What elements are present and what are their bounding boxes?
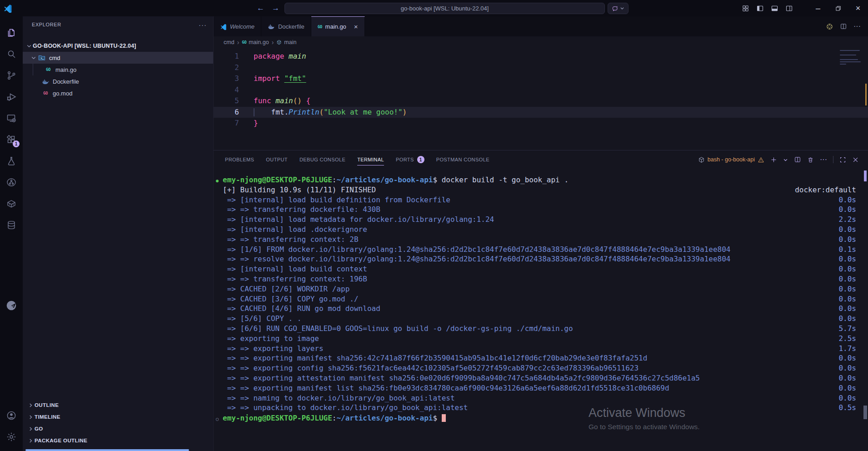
- close-panel-icon[interactable]: [852, 156, 859, 163]
- command-center-search[interactable]: go-book-api [WSL: Ubuntu-22.04]: [284, 3, 605, 14]
- database-icon[interactable]: [0, 214, 23, 236]
- breadcrumb-item-cmd[interactable]: cmd: [224, 39, 234, 45]
- maximize-panel-icon[interactable]: [839, 156, 846, 163]
- terminal-line: [+] Building 10.9s (11/11) FINISHED dock…: [215, 185, 868, 195]
- line-number[interactable]: 7: [214, 118, 249, 129]
- tree-item-go-mod[interactable]: GO go.mod: [23, 87, 213, 99]
- code-line[interactable]: 3import"fmt": [214, 73, 868, 85]
- vscode-icon: [220, 23, 227, 30]
- tab-postman-console[interactable]: POSTMAN CONSOLE: [436, 150, 489, 169]
- toggle-secondary-sidebar-icon[interactable]: [782, 0, 796, 16]
- chevron-right-icon: [26, 426, 35, 431]
- new-terminal-icon[interactable]: [770, 156, 777, 163]
- terminal-line: => => exporting layers 1.7s: [215, 344, 868, 354]
- close-window-button[interactable]: ×: [848, 0, 868, 16]
- containers-icon[interactable]: [0, 193, 23, 214]
- terminal-line: => => naming to docker.io/library/go_boo…: [215, 393, 868, 403]
- search-icon[interactable]: [0, 43, 23, 65]
- breadcrumb-item-main-symbol[interactable]: main: [276, 39, 296, 45]
- tree-item-main-go[interactable]: GO main.go: [23, 64, 213, 75]
- postman-icon[interactable]: [0, 295, 23, 316]
- explorer-icon[interactable]: [0, 22, 23, 43]
- tree-item-cmd[interactable]: cmd: [23, 52, 213, 64]
- terminal-session-label[interactable]: bash - go-book-api: [698, 156, 764, 163]
- warning-icon: [758, 156, 764, 163]
- terminal-cursor: [442, 414, 446, 422]
- extensions-icon[interactable]: 1: [0, 129, 23, 150]
- tab-dockerfile[interactable]: Dockerfile: [261, 16, 311, 36]
- tab-main-go[interactable]: GO main.go ×: [311, 16, 365, 36]
- bottom-panel: PROBLEMS OUTPUT DEBUG CONSOLE TERMINAL P…: [214, 150, 868, 451]
- editor-area: Welcome Dockerfile GO main.go × ···: [214, 16, 868, 150]
- code-line[interactable]: 2: [214, 62, 868, 74]
- sidebar-section-header[interactable]: OUTLINE: [23, 399, 213, 411]
- tab-debug-console[interactable]: DEBUG CONSOLE: [299, 150, 345, 169]
- toggle-panel-icon[interactable]: [767, 0, 782, 16]
- chevron-down-icon: [25, 43, 33, 49]
- tab-problems[interactable]: PROBLEMS: [225, 150, 254, 169]
- code-line-current[interactable]: 6fmt.Println("Look at me gooo!"): [214, 107, 868, 118]
- step-duration: 0.0s: [838, 274, 868, 284]
- code-line[interactable]: 5funcmain(){: [214, 95, 868, 107]
- sidebar-scrollbar[interactable]: [25, 449, 189, 451]
- customize-layout-icon[interactable]: [738, 0, 753, 16]
- line-number[interactable]: 5: [214, 95, 249, 107]
- tab-output[interactable]: OUTPUT: [266, 150, 288, 169]
- terminal-line: => CACHED [2/6] WORKDIR /app 0.0s: [215, 284, 868, 294]
- sidebar-more-actions-icon[interactable]: ···: [199, 21, 207, 29]
- testing-icon[interactable]: [0, 150, 23, 171]
- tab-terminal[interactable]: TERMINAL: [357, 150, 384, 169]
- terminal-prompt-line: ○ emy-njong@DESKTOP-P6JLUGE:~/articles/g…: [215, 413, 868, 423]
- chatgpt-icon[interactable]: [826, 23, 833, 30]
- chevron-right-icon: [26, 403, 35, 408]
- terminal-output[interactable]: ● emy-njong@DESKTOP-P6JLUGE:~/articles/g…: [214, 169, 868, 451]
- sidebar-section-header[interactable]: TIMELINE: [23, 411, 213, 423]
- code-line[interactable]: 1packagemain: [214, 51, 868, 62]
- code-editor[interactable]: 1packagemain 2 3import"fmt" 4 5funcmain(…: [214, 48, 868, 150]
- sidebar-section-header[interactable]: GO: [23, 423, 213, 435]
- breadcrumb-item-maingo[interactable]: GOmain.go: [242, 39, 269, 45]
- minimize-button[interactable]: –: [808, 0, 828, 16]
- copilot-button[interactable]: [608, 3, 629, 14]
- close-tab-icon[interactable]: ×: [354, 23, 358, 30]
- kill-terminal-icon[interactable]: [807, 156, 814, 163]
- line-number[interactable]: 2: [214, 62, 249, 74]
- tree-item-dockerfile[interactable]: Dockerfile: [23, 75, 213, 87]
- step-duration: 0.0s: [838, 373, 868, 383]
- sidebar-section-header[interactable]: PACKAGE OUTLINE: [23, 435, 213, 446]
- source-control-icon[interactable]: [0, 65, 23, 86]
- terminal-line: => [1/6] FROM docker.io/library/golang:1…: [215, 245, 868, 255]
- chevron-down-icon: [30, 55, 37, 60]
- sidebar-title: EXPLORER: [32, 22, 61, 27]
- terminal-scrollbar[interactable]: [863, 406, 867, 419]
- code-line[interactable]: 4: [214, 85, 868, 96]
- split-editor-icon[interactable]: [840, 23, 847, 30]
- restore-button[interactable]: [828, 0, 848, 16]
- line-number[interactable]: 1: [214, 51, 249, 62]
- settings-gear-icon[interactable]: [0, 426, 23, 447]
- terminal-dropdown-icon[interactable]: [783, 157, 788, 162]
- line-number[interactable]: 4: [214, 85, 249, 96]
- copilot-icon: [612, 5, 619, 12]
- minimap[interactable]: [840, 50, 862, 66]
- tab-welcome[interactable]: Welcome: [214, 16, 261, 36]
- run-and-debug-icon[interactable]: [0, 86, 23, 107]
- terminal-line: => [internal] load build definition from…: [215, 195, 868, 205]
- tree-root-folder[interactable]: GO-BOOK-API [WSL: UBUNTU-22.04]: [23, 40, 213, 52]
- split-terminal-icon[interactable]: [794, 156, 801, 163]
- tab-ports[interactable]: PORTS1: [396, 150, 424, 169]
- remote-explorer-icon[interactable]: [0, 107, 23, 129]
- breadcrumb-separator: ›: [237, 39, 239, 46]
- line-number[interactable]: 3: [214, 73, 249, 85]
- api-client-icon[interactable]: [0, 171, 23, 193]
- line-number[interactable]: 6: [214, 107, 249, 118]
- code-line[interactable]: 7}: [214, 118, 868, 129]
- nav-back-button[interactable]: ←: [254, 4, 267, 13]
- toggle-primary-sidebar-icon[interactable]: [753, 0, 767, 16]
- step-duration: 1.7s: [838, 344, 868, 354]
- activity-bar: 1: [0, 16, 23, 451]
- panel-more-actions-icon[interactable]: ···: [820, 155, 827, 164]
- nav-forward-button[interactable]: →: [269, 4, 282, 13]
- more-actions-icon[interactable]: ···: [853, 22, 861, 30]
- accounts-icon[interactable]: [0, 405, 23, 426]
